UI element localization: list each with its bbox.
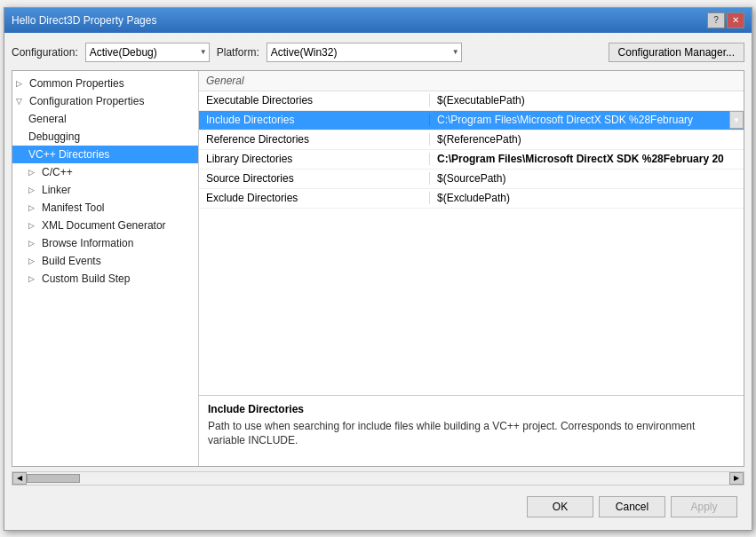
- tree-item-label: Browse Information: [42, 237, 133, 249]
- tree-item-label: Common Properties: [29, 77, 124, 90]
- platform-dropdown-arrow: ▼: [452, 48, 459, 56]
- cancel-button[interactable]: Cancel: [599, 496, 665, 517]
- config-manager-button[interactable]: Configuration Manager...: [609, 43, 744, 62]
- close-button[interactable]: ✕: [727, 12, 744, 28]
- title-bar: Hello Direct3D Property Pages ? ✕: [4, 8, 752, 33]
- platform-dropdown[interactable]: Active(Win32) ▼: [267, 43, 462, 62]
- prop-name: Reference Directories: [199, 133, 430, 146]
- tree-item-xml-document-generator[interactable]: ▷ XML Document Generator: [12, 217, 198, 234]
- dialog-title: Hello Direct3D Property Pages: [12, 14, 156, 27]
- arrow-icon: ▷: [16, 79, 27, 88]
- help-button[interactable]: ?: [707, 12, 725, 28]
- tree-item-vc-directories[interactable]: VC++ Directories: [12, 146, 198, 163]
- dialog-content: Configuration: Active(Debug) ▼ Platform:…: [4, 33, 752, 530]
- arrow-icon: ▷: [28, 274, 39, 283]
- include-directories-dropdown-btn[interactable]: ▼: [729, 111, 744, 129]
- config-label: Configuration:: [12, 46, 78, 59]
- tree-item-label: General: [28, 113, 67, 125]
- tree-item-general[interactable]: General: [12, 110, 198, 128]
- arrow-icon: ▷: [28, 257, 39, 265]
- general-header: General: [199, 71, 744, 91]
- prop-value: $(ReferencePath): [430, 133, 744, 146]
- info-title: Include Directories: [208, 403, 735, 415]
- tree-item-label: Linker: [42, 184, 71, 196]
- tree-item-manifest-tool[interactable]: ▷ Manifest Tool: [12, 199, 198, 217]
- prop-name: Executable Directories: [199, 94, 430, 107]
- scroll-right-btn[interactable]: ▶: [729, 472, 744, 485]
- properties-table: Executable Directories $(ExecutablePath)…: [199, 91, 744, 395]
- tree-item-label: VC++ Directories: [28, 148, 109, 161]
- scroll-thumb[interactable]: [27, 474, 80, 483]
- prop-value: $(SourcePath): [430, 172, 744, 185]
- tree-item-label: Build Events: [42, 255, 101, 267]
- tree-item-common-properties[interactable]: ▷ Common Properties: [12, 75, 198, 92]
- config-value: Active(Debug): [90, 46, 157, 59]
- right-panel: General Executable Directories $(Executa…: [199, 71, 744, 466]
- tree-item-debugging[interactable]: Debugging: [12, 128, 198, 146]
- bottom-bar: OK Cancel Apply: [12, 491, 744, 523]
- main-area: ▷ Common Properties ▽ Configuration Prop…: [12, 70, 744, 467]
- info-text: Path to use when searching for include f…: [208, 419, 735, 449]
- tree-item-label: Configuration Properties: [29, 95, 144, 107]
- table-row[interactable]: Include Directories C:\Program Files\Mic…: [199, 111, 744, 130]
- configuration-dropdown[interactable]: Active(Debug) ▼: [85, 43, 210, 62]
- tree-item-c-cpp[interactable]: ▷ C/C++: [12, 163, 198, 181]
- table-row[interactable]: Reference Directories $(ReferencePath): [199, 130, 744, 150]
- prop-value: $(ExcludePath): [430, 192, 744, 204]
- tree-item-custom-build-step[interactable]: ▷ Custom Build Step: [12, 270, 198, 288]
- prop-name: Include Directories: [199, 114, 430, 126]
- prop-name: Source Directories: [199, 172, 430, 185]
- table-row[interactable]: Exclude Directories $(ExcludePath): [199, 189, 744, 209]
- tree-item-configuration-properties[interactable]: ▽ Configuration Properties: [12, 92, 198, 110]
- tree-item-label: XML Document Generator: [42, 219, 166, 232]
- table-row[interactable]: Source Directories $(SourcePath): [199, 170, 744, 189]
- apply-button[interactable]: Apply: [671, 496, 737, 517]
- prop-name: Library Directories: [199, 153, 430, 165]
- platform-label: Platform:: [217, 46, 259, 59]
- platform-value: Active(Win32): [271, 46, 338, 59]
- tree-item-label: Debugging: [28, 130, 80, 143]
- dialog: Hello Direct3D Property Pages ? ✕ Config…: [4, 7, 752, 531]
- left-panel: ▷ Common Properties ▽ Configuration Prop…: [12, 71, 199, 466]
- horizontal-scrollbar[interactable]: ◀ ▶: [12, 471, 744, 486]
- top-bar: Configuration: Active(Debug) ▼ Platform:…: [12, 40, 744, 65]
- arrow-icon: ▷: [28, 186, 39, 194]
- tree-item-linker[interactable]: ▷ Linker: [12, 181, 198, 199]
- arrow-icon: ▷: [28, 221, 39, 230]
- prop-value: C:\Program Files\Microsoft DirectX SDK %…: [430, 111, 744, 129]
- tree-item-label: Custom Build Step: [42, 272, 130, 285]
- tree-item-build-events[interactable]: ▷ Build Events: [12, 252, 198, 270]
- table-row[interactable]: Executable Directories $(ExecutablePath): [199, 91, 744, 111]
- title-bar-buttons: ? ✕: [707, 12, 744, 28]
- table-row[interactable]: Library Directories C:\Program Files\Mic…: [199, 150, 744, 170]
- prop-value: C:\Program Files\Microsoft DirectX SDK %…: [430, 153, 744, 165]
- info-panel: Include Directories Path to use when sea…: [199, 395, 744, 466]
- arrow-icon: ▷: [28, 203, 39, 212]
- arrow-icon: ▷: [28, 168, 39, 177]
- tree-item-browse-information[interactable]: ▷ Browse Information: [12, 234, 198, 252]
- prop-value: $(ExecutablePath): [430, 94, 744, 107]
- tree-item-label: C/C++: [42, 166, 73, 178]
- general-header-text: General: [206, 75, 244, 87]
- arrow-icon: ▽: [16, 97, 27, 106]
- tree-item-label: Manifest Tool: [42, 201, 104, 214]
- prop-name: Exclude Directories: [199, 192, 430, 204]
- config-dropdown-arrow: ▼: [200, 48, 207, 56]
- ok-button[interactable]: OK: [527, 496, 593, 517]
- scroll-left-btn[interactable]: ◀: [12, 472, 27, 485]
- arrow-icon: ▷: [28, 239, 39, 248]
